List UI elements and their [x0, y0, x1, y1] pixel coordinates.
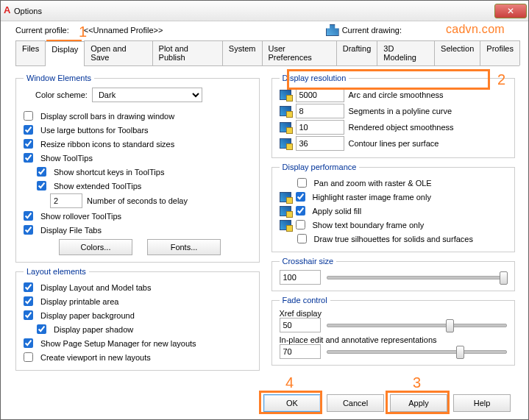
- apply-solid-label: Apply solid fill: [313, 207, 362, 216]
- scrollbars-label: Display scroll bars in drawing window: [40, 112, 174, 121]
- large-buttons-check[interactable]: [24, 125, 33, 135]
- current-profile-label: Current profile:: [15, 26, 69, 35]
- xref-input[interactable]: [280, 318, 321, 332]
- tab-drafting[interactable]: Drafting: [336, 40, 378, 65]
- segments-label: Segments in a polyline curve: [349, 107, 452, 115]
- inplace-slider[interactable]: [327, 345, 508, 358]
- seconds-delay-label: Number of seconds to delay: [87, 196, 188, 205]
- tab-user-prefs[interactable]: User Preferences: [262, 40, 337, 65]
- app-icon: [2, 5, 14, 17]
- tab-selection[interactable]: Selection: [434, 40, 480, 65]
- rendered-input[interactable]: [296, 120, 344, 135]
- drawing-override-icon: [280, 106, 291, 116]
- show-text-boundary-label: Show text boundary frame only: [313, 221, 425, 229]
- crosshair-group: Crosshair size: [271, 257, 516, 291]
- display-performance-group: Display performance Pan and zoom with ra…: [271, 163, 516, 252]
- color-scheme-label: Color scheme:: [35, 90, 88, 99]
- color-scheme-select[interactable]: Dark: [92, 88, 202, 102]
- file-tabs-check[interactable]: [24, 225, 33, 235]
- display-resolution-legend: Display resolution: [280, 74, 349, 82]
- pan-zoom-check[interactable]: [297, 178, 307, 188]
- profile-name: <<Unnamed Profile>>: [84, 26, 163, 35]
- arc-smooth-label: Arc and circle smoothness: [349, 90, 444, 99]
- tab-files[interactable]: Files: [15, 40, 46, 65]
- drawing-override-icon: [280, 122, 291, 132]
- xref-label: Xref display: [280, 309, 508, 318]
- highlight-raster-label: Highlight raster image frame only: [313, 193, 431, 202]
- paper-shadow-check[interactable]: [37, 324, 46, 334]
- crosshair-legend: Crosshair size: [280, 257, 337, 266]
- shortcut-keys-label: Show shortcut keys in ToolTips: [54, 168, 164, 177]
- colors-button[interactable]: Colors...: [59, 239, 132, 255]
- window-elements-group: Window Elements Color scheme: Dark Displ…: [15, 74, 260, 263]
- tab-open-save[interactable]: Open and Save: [84, 40, 152, 65]
- crosshair-slider[interactable]: [327, 271, 508, 284]
- page-setup-check[interactable]: [24, 338, 33, 348]
- show-tooltips-label: Show ToolTips: [40, 154, 93, 163]
- show-tooltips-check[interactable]: [24, 153, 33, 163]
- apply-button[interactable]: Apply: [390, 394, 447, 412]
- crosshair-input[interactable]: [280, 270, 321, 285]
- drawing-icon: [326, 24, 339, 36]
- extended-tooltips-check[interactable]: [37, 181, 46, 191]
- close-button[interactable]: ✕: [494, 4, 527, 18]
- layout-elements-group: Layout elements Display Layout and Model…: [15, 267, 260, 371]
- tab-profiles[interactable]: Profiles: [480, 40, 520, 65]
- layout-model-tabs-check[interactable]: [24, 282, 33, 292]
- shortcut-keys-check[interactable]: [37, 167, 46, 177]
- segments-input[interactable]: [296, 104, 344, 118]
- fonts-button[interactable]: Fonts...: [147, 239, 221, 255]
- help-button[interactable]: Help: [453, 394, 511, 412]
- tab-system[interactable]: System: [222, 40, 263, 65]
- page-setup-label: Show Page Setup Manager for new layouts: [40, 339, 196, 348]
- create-viewport-check[interactable]: [24, 352, 33, 362]
- layout-elements-legend: Layout elements: [24, 267, 89, 276]
- drawing-override-icon: [280, 138, 291, 149]
- contour-label: Contour lines per surface: [349, 139, 439, 148]
- rollover-tooltips-label: Show rollover ToolTips: [40, 212, 121, 221]
- rendered-label: Rendered object smoothness: [349, 123, 454, 132]
- tab-plot-publish[interactable]: Plot and Publish: [152, 40, 223, 65]
- scrollbars-check[interactable]: [24, 111, 33, 121]
- drawing-override-icon: [280, 192, 291, 202]
- xref-slider[interactable]: [327, 318, 508, 332]
- large-buttons-label: Use large buttons for Toolbars: [40, 126, 149, 135]
- file-tabs-label: Display File Tabs: [40, 226, 102, 235]
- resize-ribbon-check[interactable]: [24, 139, 33, 149]
- rollover-tooltips-check[interactable]: [24, 211, 33, 221]
- display-performance-legend: Display performance: [280, 163, 360, 171]
- cancel-button[interactable]: Cancel: [327, 394, 384, 412]
- highlight-raster-check[interactable]: [296, 192, 305, 202]
- fade-legend: Fade control: [280, 296, 330, 305]
- paper-shadow-label: Display paper shadow: [54, 325, 133, 334]
- draw-silhouettes-label: Draw true silhouettes for solids and sur…: [314, 235, 473, 243]
- layout-model-tabs-label: Display Layout and Model tabs: [40, 283, 151, 292]
- apply-solid-check[interactable]: [296, 206, 305, 216]
- printable-area-label: Display printable area: [40, 297, 118, 306]
- draw-silhouettes-check[interactable]: [297, 234, 307, 243]
- drawing-override-icon: [280, 206, 291, 216]
- annotation-num-4: 4: [285, 374, 294, 391]
- inplace-label: In-place edit and annotative representat…: [280, 335, 508, 344]
- tab-display[interactable]: Display: [45, 41, 85, 66]
- annotation-num-3: 3: [413, 374, 421, 391]
- arc-smooth-input[interactable]: [296, 88, 344, 102]
- paper-background-label: Display paper background: [40, 311, 135, 320]
- contour-input[interactable]: [296, 136, 344, 151]
- current-drawing-label: Current drawing:: [342, 26, 402, 35]
- seconds-delay-input[interactable]: [50, 193, 82, 208]
- ok-button[interactable]: OK: [263, 394, 321, 412]
- inplace-input[interactable]: [280, 344, 321, 359]
- drawing-override-icon: [280, 90, 291, 100]
- titlebar: Options ✕: [1, 1, 528, 21]
- show-text-boundary-check[interactable]: [296, 220, 305, 229]
- printable-area-check[interactable]: [24, 296, 33, 306]
- window-elements-legend: Window Elements: [24, 74, 94, 82]
- fade-group: Fade control Xref display In-place edit …: [271, 296, 516, 366]
- paper-background-check[interactable]: [24, 310, 33, 320]
- tab-3d-modeling[interactable]: 3D Modeling: [377, 40, 435, 65]
- drawing-override-icon: [280, 220, 291, 230]
- resize-ribbon-label: Resize ribbon icons to standard sizes: [40, 140, 174, 149]
- pan-zoom-label: Pan and zoom with raster & OLE: [314, 179, 432, 188]
- create-viewport-label: Create viewport in new layouts: [40, 353, 151, 362]
